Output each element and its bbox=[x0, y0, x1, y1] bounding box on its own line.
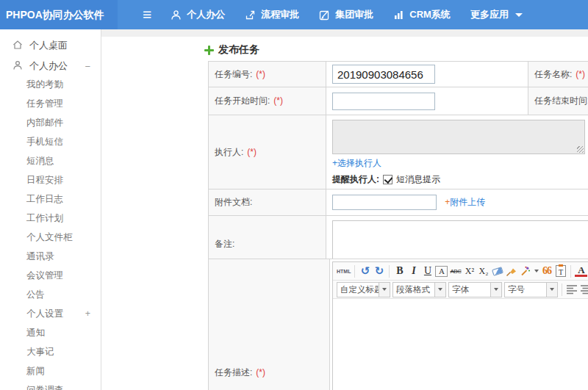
highlight-color-button[interactable]: A bbox=[435, 266, 448, 277]
upload-attachment-link[interactable]: +附件上传 bbox=[445, 197, 485, 207]
description-table: 任务描述:(*) HTML ↺ ↻ B I U A bbox=[208, 259, 588, 390]
task-no-label-cell: 任务编号:(*) bbox=[209, 62, 326, 87]
sidebar-item-settings[interactable]: 个人设置 + bbox=[0, 304, 101, 323]
sidebar-sub-item[interactable]: 手机短信 bbox=[0, 132, 101, 151]
sidebar-sub-item[interactable]: 工作日志 bbox=[0, 189, 101, 209]
editor-select-value: 自定义标题 bbox=[337, 284, 379, 295]
html-source-button[interactable]: HTML bbox=[337, 264, 351, 278]
user-icon bbox=[12, 60, 23, 73]
editor-select-value: 段落格式 bbox=[393, 284, 434, 295]
choose-executor-link[interactable]: +选择执行人 bbox=[332, 158, 381, 168]
editor-select-dropdown[interactable]: 字号 bbox=[504, 282, 558, 297]
main-area: 发布任务 任务编号:(*) 任务名称:(*) 任务开始时间:(*) bbox=[101, 29, 588, 390]
editor-select-dropdown[interactable]: 段落格式 bbox=[392, 282, 446, 297]
redo-icon[interactable]: ↻ bbox=[373, 264, 385, 278]
sidebar-sub-item[interactable]: 公告 bbox=[0, 285, 101, 304]
required-mark: (*) bbox=[256, 69, 265, 79]
chevron-down-icon[interactable] bbox=[546, 283, 557, 297]
toolbar-separator bbox=[570, 265, 571, 278]
user-icon bbox=[171, 10, 182, 21]
sidebar-sub-item-label: 手机短信 bbox=[26, 132, 63, 151]
editor-toolbar-row2: 自定义标题 段落格式 bbox=[333, 281, 588, 299]
menu-item-personal-office[interactable]: 个人办公 bbox=[171, 8, 225, 21]
sidebar-sub-item[interactable]: 内部邮件 bbox=[0, 113, 101, 132]
hamburger-icon[interactable]: ≡ bbox=[143, 0, 151, 29]
sidebar-sub-item-label: 新闻 bbox=[26, 361, 45, 380]
strikethrough-button[interactable]: ABC bbox=[449, 264, 462, 278]
underline-button[interactable]: U bbox=[421, 264, 434, 278]
sidebar-sub-item[interactable]: 短消息 bbox=[0, 151, 101, 170]
sidebar-sub-list-2: 通知 大事记 新闻 bbox=[0, 323, 101, 380]
sidebar-sub-item[interactable]: 任务管理 bbox=[0, 94, 101, 113]
chevron-down-icon[interactable] bbox=[379, 283, 390, 297]
sidebar-sub-item[interactable]: 新闻 bbox=[0, 361, 101, 380]
sidebar: 个人桌面 个人办公 − 我的考勤 任务管理 内部邮件 手机短信 bbox=[0, 29, 101, 390]
table-row: 任务开始时间:(*) 任务结束时间:(*) bbox=[209, 87, 588, 115]
toolbar-separator bbox=[389, 265, 390, 278]
paste-plain-text-icon[interactable]: T bbox=[554, 264, 567, 278]
format-brush-icon[interactable] bbox=[505, 264, 517, 278]
attachment-input[interactable] bbox=[332, 195, 437, 210]
bold-button[interactable]: B bbox=[393, 264, 406, 278]
align-left-icon[interactable] bbox=[566, 284, 578, 295]
sidebar-sub-item[interactable]: 日程安排 bbox=[0, 170, 101, 189]
menu-label: 个人办公 bbox=[187, 8, 225, 21]
eraser-icon[interactable] bbox=[491, 264, 503, 278]
task-no-input[interactable] bbox=[332, 65, 435, 84]
align-center-icon[interactable] bbox=[580, 284, 588, 295]
edit-square-icon bbox=[319, 10, 330, 21]
font-color-button[interactable]: A bbox=[575, 266, 587, 277]
sidebar-group-label: 个人办公 bbox=[29, 59, 68, 73]
sidebar-sub-item[interactable]: 大事记 bbox=[0, 342, 101, 361]
editor-content-area[interactable] bbox=[333, 299, 588, 390]
sidebar-sub-item[interactable]: 我的考勤 bbox=[0, 75, 101, 94]
sidebar-sub-item[interactable]: 工作计划 bbox=[0, 209, 101, 228]
sidebar-item-partial[interactable]: 问卷调查 bbox=[0, 380, 101, 390]
blockquote-button[interactable]: 66 bbox=[540, 264, 553, 278]
sms-checkbox-label: 短消息提示 bbox=[396, 173, 440, 186]
menu-item-process-approval[interactable]: 流程审批 bbox=[245, 8, 299, 21]
content-panel: 发布任务 任务编号:(*) 任务名称:(*) 任务开始时间:(*) bbox=[101, 37, 588, 390]
sidebar-sub-list: 我的考勤 任务管理 内部邮件 手机短信 短消息 日程安排 工作日志 bbox=[0, 75, 101, 304]
start-time-input[interactable] bbox=[332, 93, 435, 110]
chevron-down-icon[interactable] bbox=[434, 283, 445, 297]
required-mark: (*) bbox=[247, 147, 257, 157]
remind-row: 提醒执行人: 短消息提示 bbox=[332, 173, 588, 186]
sidebar-sub-item[interactable]: 个人文件柜 bbox=[0, 228, 101, 247]
end-time-label-cell: 任务结束时间:(*) bbox=[528, 87, 588, 115]
editor-toolbar-row1: HTML ↺ ↻ B I U A ABC X² X₂ bbox=[333, 262, 588, 281]
editor-select-dropdown[interactable]: 字体 bbox=[448, 282, 502, 297]
executor-textarea[interactable] bbox=[332, 120, 585, 154]
table-row: 任务描述:(*) HTML ↺ ↻ B I U A bbox=[209, 259, 588, 390]
magic-wand-icon[interactable] bbox=[519, 264, 531, 278]
sidebar-group-personal-office[interactable]: 个人办公 − bbox=[0, 56, 101, 76]
undo-icon[interactable]: ↺ bbox=[359, 264, 371, 278]
menu-label: 集团审批 bbox=[335, 8, 373, 21]
menu-item-crm[interactable]: CRM系统 bbox=[393, 8, 451, 21]
chevron-down-icon[interactable] bbox=[490, 283, 501, 297]
collapse-minus-icon[interactable]: − bbox=[85, 61, 90, 72]
sidebar-sub-item[interactable]: 通讯录 bbox=[0, 247, 101, 266]
wand-dropdown-caret-icon[interactable] bbox=[534, 270, 539, 272]
sidebar-sub-item-label: 大事记 bbox=[26, 342, 54, 361]
subscript-button[interactable]: X₂ bbox=[477, 264, 490, 278]
sms-checkbox[interactable] bbox=[383, 175, 392, 184]
sidebar-sub-item-label: 公告 bbox=[26, 285, 45, 304]
required-mark: (*) bbox=[273, 95, 283, 106]
task-form-table: 任务编号:(*) 任务名称:(*) 任务开始时间:(*) 任务结束时间 bbox=[208, 61, 588, 272]
menu-item-more-apps[interactable]: 更多应用 bbox=[470, 8, 523, 21]
expand-plus-icon[interactable]: + bbox=[85, 304, 90, 323]
sidebar-sub-item[interactable]: 通知 bbox=[0, 323, 101, 342]
sidebar-sub-item-label: 任务管理 bbox=[26, 94, 63, 113]
editor-select-dropdown[interactable]: 自定义标题 bbox=[337, 282, 390, 297]
app-logo[interactable]: PHPOA协同办公软件 bbox=[0, 0, 118, 29]
sidebar-item-desktop[interactable]: 个人桌面 bbox=[0, 35, 101, 56]
superscript-button[interactable]: X² bbox=[463, 264, 476, 278]
sidebar-sub-item[interactable]: 会议管理 bbox=[0, 266, 101, 285]
menu-item-group-approval[interactable]: 集团审批 bbox=[319, 8, 373, 21]
attachment-label-cell: 附件文档: bbox=[209, 189, 326, 216]
toolbar-separator bbox=[354, 265, 355, 278]
italic-button[interactable]: I bbox=[407, 264, 420, 278]
remind-label: 提醒执行人: bbox=[332, 173, 379, 186]
home-icon bbox=[12, 40, 23, 52]
